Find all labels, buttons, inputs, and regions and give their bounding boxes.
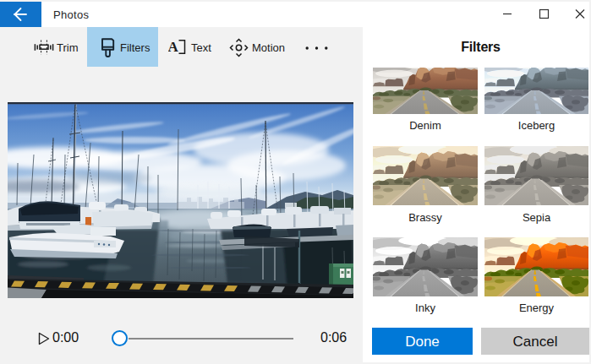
svg-text:A: A xyxy=(168,39,179,55)
